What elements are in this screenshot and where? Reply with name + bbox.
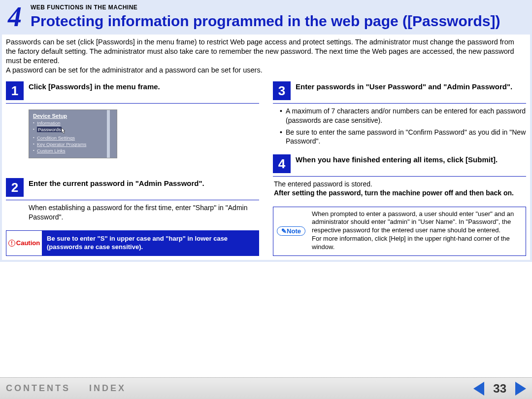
device-setup-item: Custom Links [33, 147, 113, 154]
intro-text: Passwords can be set (click [Passwords] … [6, 37, 526, 74]
device-setup-heading: Device Setup [33, 113, 113, 119]
next-page-arrow-icon[interactable] [515, 382, 526, 396]
caution-text: Be sure to enter "S" in upper case and "… [42, 231, 259, 255]
contents-link[interactable]: CONTENTS [6, 383, 70, 394]
prev-page-arrow-icon[interactable] [473, 382, 484, 396]
device-setup-screenshot: Device Setup Information Passwords Condi… [29, 109, 117, 158]
main-content: Passwords can be set (click [Passwords] … [2, 35, 530, 260]
left-column: 1 Click [Passwords] in the menu frame. D… [6, 81, 259, 256]
step-bullets: A maximum of 7 characters and/or numbers… [273, 107, 526, 145]
step-body: The entered password is stored. After se… [273, 180, 526, 197]
device-setup-item: Key Operator Programs [33, 141, 113, 147]
device-setup-item-highlighted: Passwords [33, 126, 113, 135]
section-label: WEB FUNCTIONS IN THE MACHINE [31, 4, 530, 11]
pencil-icon: ✎ [281, 227, 287, 235]
device-setup-highlight-label: Passwords [37, 127, 62, 132]
index-link[interactable]: INDEX [89, 383, 126, 394]
step-title: Enter the current password in "Admin Pas… [29, 178, 204, 188]
bullet-item: Be sure to enter the same password in "C… [282, 128, 526, 145]
page-number: 33 [493, 382, 506, 396]
step-number-badge: 1 [6, 81, 24, 100]
device-setup-item: Condition Settings [33, 135, 113, 141]
step-title: Enter passwords in "User Password" and "… [296, 81, 512, 92]
step-body: When establishing a password for the fir… [6, 203, 259, 221]
step-3: 3 Enter passwords in "User Password" and… [273, 81, 526, 145]
page-header: 4 WEB FUNCTIONS IN THE MACHINE Protectin… [2, 2, 530, 35]
step-body-line2: After setting the password, turn the mac… [274, 189, 514, 197]
step-body-line1: The entered password is stored. [274, 180, 372, 188]
bullet-item: A maximum of 7 characters and/or numbers… [282, 107, 526, 124]
step-head: 1 Click [Passwords] in the menu frame. [6, 81, 259, 104]
device-setup-item: Information [33, 120, 113, 126]
step-4: 4 When you have finished entering all it… [273, 154, 526, 197]
note-label-area: ✎Note [273, 207, 309, 255]
note-p1: When prompted to enter a password, a use… [312, 210, 514, 234]
step-number-badge: 2 [6, 178, 24, 197]
note-badge: ✎Note [277, 226, 305, 236]
note-callout: ✎Note When prompted to enter a password,… [273, 207, 526, 256]
right-column: 3 Enter passwords in "User Password" and… [273, 81, 526, 256]
caution-icon: ! [8, 240, 15, 247]
intro-p1: Passwords can be set (click [Passwords] … [6, 38, 514, 65]
cursor-icon [61, 128, 66, 134]
step-2: 2 Enter the current password in "Admin P… [6, 178, 259, 221]
note-p2: For more information, click [Help] in th… [312, 235, 510, 251]
step-head: 3 Enter passwords in "User Password" and… [273, 81, 526, 104]
step-title: Click [Passwords] in the menu frame. [29, 81, 160, 92]
columns: 1 Click [Passwords] in the menu frame. D… [6, 81, 526, 256]
footer-right: 33 [473, 382, 526, 396]
caution-label-area: !Caution [6, 231, 42, 255]
note-body: When prompted to enter a password, a use… [309, 207, 526, 255]
caution-label: Caution [16, 239, 40, 247]
page-wrap: 4 WEB FUNCTIONS IN THE MACHINE Protectin… [0, 0, 532, 262]
intro-p2: A password can be set for the administra… [6, 66, 263, 74]
page-title: Protecting information programmed in the… [31, 13, 530, 29]
step-number-badge: 3 [273, 81, 291, 100]
caution-callout: !Caution Be sure to enter "S" in upper c… [6, 230, 259, 256]
step-title: When you have finished entering all item… [296, 154, 498, 165]
step-head: 4 When you have finished entering all it… [273, 154, 526, 177]
page-footer: CONTENTS INDEX 33 [0, 377, 532, 399]
header-texts: WEB FUNCTIONS IN THE MACHINE Protecting … [31, 3, 530, 29]
step-1: 1 Click [Passwords] in the menu frame. D… [6, 81, 259, 158]
chapter-number: 4 [2, 3, 25, 31]
step-number-badge: 4 [273, 154, 291, 173]
step-head: 2 Enter the current password in "Admin P… [6, 178, 259, 200]
note-label-text: Note [287, 227, 301, 235]
